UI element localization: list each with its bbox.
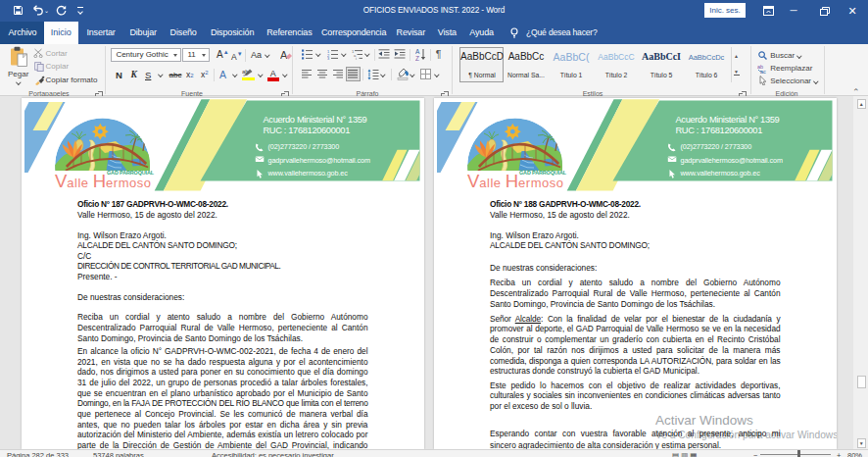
svg-text:RUC : 1768120600001: RUC : 1768120600001 (263, 126, 350, 135)
svg-text:Acuerdo Ministerial N° 1359: Acuerdo Ministerial N° 1359 (675, 115, 779, 125)
svg-text:(02)2773220 / 2773300: (02)2773220 / 2773300 (680, 142, 751, 151)
svg-text:Z: Z (415, 55, 419, 62)
svg-text:www.vallehermoso.gob.ec: www.vallehermoso.gob.ec (266, 169, 348, 178)
svg-text:(02)2773220 / 2773300: (02)2773220 / 2773300 (267, 142, 339, 151)
svg-text:GAD PARROQUIAL: GAD PARROQUIAL (107, 170, 155, 176)
svg-text:3: 3 (327, 56, 330, 60)
svg-text:gadprvallehermoso@hotmail.com: gadprvallehermoso@hotmail.com (680, 156, 782, 165)
svg-text:gadprvallehermoso@hotmail.com: gadprvallehermoso@hotmail.com (267, 156, 369, 165)
svg-text:i: i (356, 56, 357, 60)
svg-text:Acuerdo Ministerial N° 1359: Acuerdo Ministerial N° 1359 (263, 115, 366, 125)
svg-text:ab: ab (242, 69, 249, 75)
svg-text:GAD PARROQUIAL: GAD PARROQUIAL (519, 170, 567, 176)
svg-text:www.vallehermoso.gob.ec: www.vallehermoso.gob.ec (679, 169, 760, 178)
svg-text:A: A (280, 49, 288, 61)
svg-text:RUC : 1768120600001: RUC : 1768120600001 (675, 126, 762, 135)
